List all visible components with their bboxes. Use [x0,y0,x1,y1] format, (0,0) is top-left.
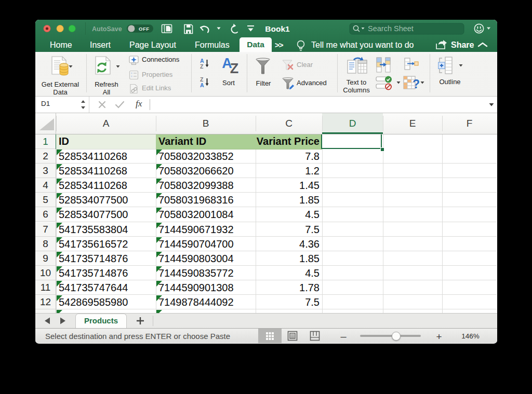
svg-text:Search Sheet: Search Sheet [368,24,414,33]
svg-text:Z: Z [200,63,204,69]
svg-text:?: ? [413,77,420,90]
svg-text:A: A [222,57,232,71]
svg-text:A: A [200,82,204,88]
svg-text:Book1: Book1 [265,24,290,33]
svg-text:AutoSave: AutoSave [92,25,122,33]
svg-text:OFF: OFF [139,26,150,32]
